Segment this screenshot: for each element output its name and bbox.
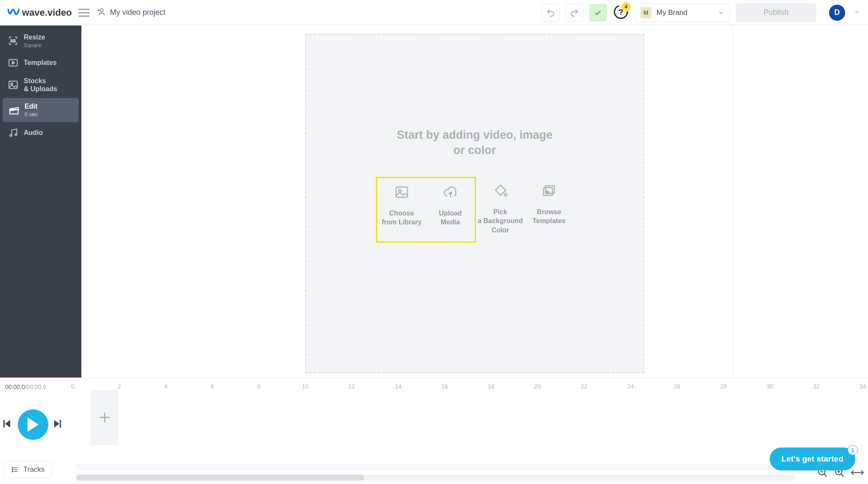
chat-badge: 1 bbox=[848, 445, 858, 455]
sidebar-item-edit[interactable]: Edit 0 sec bbox=[3, 98, 79, 122]
time-ruler-row: 00:00.0/00:00.0 024681012141618202224262… bbox=[0, 378, 868, 396]
svg-point-9 bbox=[15, 134, 17, 135]
menu-button[interactable] bbox=[78, 8, 89, 17]
logo-text: wave.video bbox=[22, 7, 72, 18]
ruler-tick: 12 bbox=[348, 383, 355, 390]
ruler-tick: 8 bbox=[257, 383, 261, 390]
publish-button[interactable]: Publish bbox=[736, 3, 816, 22]
tracks-icon bbox=[11, 466, 19, 473]
add-clip-button[interactable] bbox=[91, 390, 119, 445]
svg-rect-10 bbox=[396, 187, 407, 197]
header-right-group: ? 4 M My Brand Publish D bbox=[542, 3, 860, 22]
ruler-tick: 34 bbox=[860, 383, 866, 390]
check-icon bbox=[594, 8, 602, 17]
sidebar-item-audio[interactable]: Audio bbox=[0, 123, 81, 143]
tracks-button[interactable]: Tracks bbox=[3, 461, 52, 478]
svg-point-19 bbox=[12, 471, 13, 472]
onboarding-chat-button[interactable]: Let's get started 1 bbox=[770, 448, 855, 470]
canvas-area: Start by adding video, image or color Ch… bbox=[81, 25, 868, 378]
brand-label: My Brand bbox=[657, 8, 687, 17]
main-body: 1:1 Resize Square Templates Stocks & Upl… bbox=[0, 25, 868, 378]
tile-label-l2: Media bbox=[441, 218, 460, 226]
canvas-heading-l1: Start by adding video, image bbox=[397, 129, 553, 141]
ruler-tick: 32 bbox=[813, 383, 820, 390]
sidebar-item-stocks[interactable]: Stocks & Uploads bbox=[0, 73, 81, 97]
add-collaborator-icon[interactable] bbox=[96, 7, 106, 18]
hamburger-icon bbox=[78, 8, 89, 17]
brand-selector[interactable]: M My Brand bbox=[635, 3, 730, 22]
user-menu-caret[interactable] bbox=[854, 8, 860, 17]
start-options: Choose from Library Upload Media bbox=[376, 177, 573, 243]
help-badge: 4 bbox=[621, 2, 631, 11]
image-icon bbox=[394, 184, 409, 200]
saved-indicator[interactable] bbox=[589, 4, 607, 22]
playback-controls bbox=[0, 396, 868, 445]
tile-label-l3: Color bbox=[492, 227, 509, 234]
redo-button[interactable] bbox=[565, 4, 583, 22]
ruler-tick: 18 bbox=[488, 383, 495, 390]
cloud-upload-icon bbox=[442, 184, 459, 200]
brand-chip: M bbox=[640, 7, 651, 18]
ruler-tick: 6 bbox=[211, 383, 214, 390]
resize-icon: 1:1 bbox=[7, 35, 19, 46]
image-icon bbox=[7, 79, 19, 90]
chat-label: Let's get started bbox=[782, 454, 843, 464]
project-title[interactable]: My video project bbox=[110, 8, 165, 17]
ruler-tick: 10 bbox=[302, 383, 309, 390]
header-divider bbox=[85, 25, 868, 25]
app-header: wave.video My video project ? 4 M My Bra… bbox=[0, 0, 868, 25]
canvas-heading-l2: or color bbox=[453, 144, 496, 157]
svg-rect-16 bbox=[60, 420, 61, 428]
skip-prev-icon bbox=[3, 420, 10, 428]
svg-rect-5 bbox=[9, 81, 17, 88]
ruler-tick: 20 bbox=[534, 383, 541, 390]
play-button[interactable] bbox=[18, 409, 48, 440]
svg-rect-15 bbox=[3, 420, 5, 428]
tile-browse-templates[interactable]: Browse Templates bbox=[525, 177, 573, 243]
tile-label-l2: a Background bbox=[478, 217, 523, 224]
time-display: 00:00.0/00:00.0 bbox=[5, 383, 46, 390]
sidebar-item-label: Audio bbox=[24, 129, 43, 137]
ruler-tick: 2 bbox=[118, 383, 121, 390]
svg-point-0 bbox=[100, 8, 103, 11]
tracks-label: Tracks bbox=[23, 465, 45, 474]
tile-choose-library[interactable]: Choose from Library bbox=[377, 178, 426, 241]
prev-frame-button[interactable] bbox=[3, 420, 12, 429]
canvas-dropzone[interactable]: Start by adding video, image or color Ch… bbox=[305, 34, 644, 373]
total-time: 00:00.0 bbox=[27, 383, 47, 390]
wave-logo-icon bbox=[8, 8, 19, 17]
ruler-tick: 22 bbox=[581, 383, 587, 390]
undo-icon bbox=[546, 8, 555, 17]
sidebar-item-sub: 0 sec bbox=[25, 111, 38, 118]
undo-button[interactable] bbox=[542, 4, 559, 22]
sidebar: 1:1 Resize Square Templates Stocks & Upl… bbox=[0, 25, 81, 378]
timeline-track-bg bbox=[76, 464, 796, 470]
ruler-tick: 26 bbox=[674, 383, 681, 390]
sidebar-item-sub: Square bbox=[24, 42, 45, 49]
app-logo[interactable]: wave.video bbox=[8, 7, 72, 18]
svg-text:1:1: 1:1 bbox=[11, 39, 16, 43]
chevron-down-icon bbox=[718, 9, 724, 16]
user-avatar[interactable]: D bbox=[829, 5, 845, 21]
tile-label-l1: Browse bbox=[537, 208, 562, 215]
sidebar-item-label: Templates bbox=[24, 59, 57, 67]
time-ruler[interactable]: 0246810121416182022242628303234 bbox=[73, 378, 863, 396]
ruler-tick: 0 bbox=[71, 383, 75, 390]
clapboard-icon bbox=[8, 105, 20, 116]
tile-pick-color[interactable]: Pick a Background Color bbox=[476, 177, 525, 243]
next-frame-button[interactable] bbox=[54, 420, 63, 429]
sidebar-item-resize[interactable]: 1:1 Resize Square bbox=[0, 29, 81, 53]
redo-icon bbox=[570, 8, 579, 17]
play-icon bbox=[27, 417, 39, 432]
sidebar-item-label: Resize bbox=[24, 33, 45, 41]
fit-width-button[interactable] bbox=[851, 468, 864, 478]
help-button[interactable]: ? 4 bbox=[613, 4, 629, 22]
sidebar-item-templates[interactable]: Templates bbox=[0, 53, 81, 73]
tile-label-l1: Pick bbox=[493, 208, 507, 215]
canvas-heading: Start by adding video, image or color bbox=[397, 127, 553, 158]
timeline-scrollbar[interactable] bbox=[76, 475, 796, 481]
sidebar-item-label: Edit bbox=[25, 102, 38, 110]
tile-upload-media[interactable]: Upload Media bbox=[426, 178, 475, 241]
highlighted-group: Choose from Library Upload Media bbox=[376, 177, 476, 243]
ruler-tick: 24 bbox=[627, 383, 634, 390]
